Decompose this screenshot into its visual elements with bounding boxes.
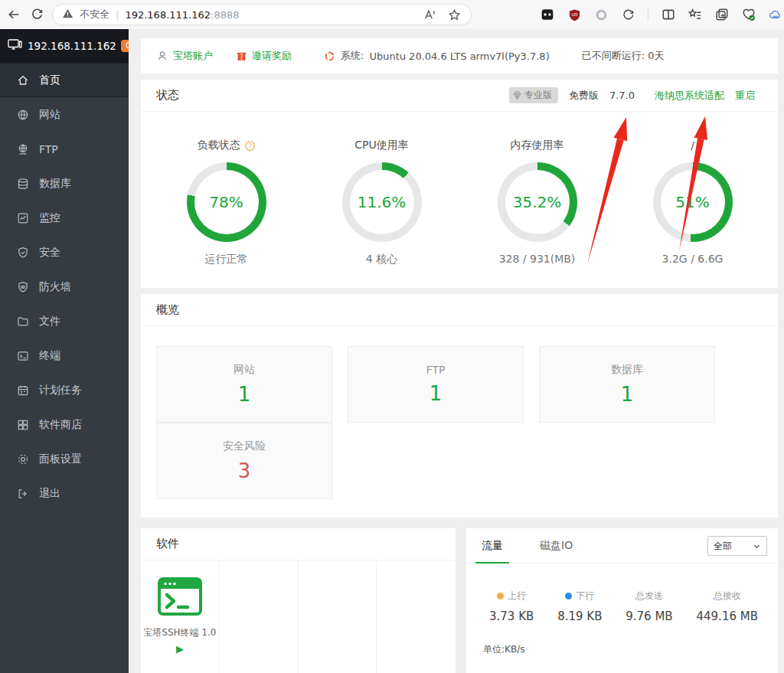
ssh-terminal-app-icon[interactable] [158,577,202,616]
address-bar[interactable]: 不安全 | 192.168.111.162:8888 [52,4,472,25]
software-panel: 软件 宝塔SSH终端 1.0 ▶ [141,528,456,673]
traffic-panel: 流量 磁盘IO 全部 上行 3.73 KB 下行 8.19 KB 总发送 [466,528,778,673]
home-icon [17,74,29,87]
bt-account-link[interactable]: 宝塔账户 [156,49,213,63]
bt-panel-page: 不安全 | 192.168.111.162:8888 UO [0,0,784,673]
card-security-risk[interactable]: 安全风险3 [156,423,332,499]
memory-gauge-ring: 35.2% [498,162,577,242]
sidebar-item-monitor[interactable]: 监控 [0,201,129,235]
version-number: 7.7.0 [609,90,635,101]
split-screen-icon[interactable] [662,8,675,21]
security-label[interactable]: 不安全 [80,8,109,21]
ftp-icon [17,143,29,155]
account-bar: 宝塔账户 邀请奖励 系统: Ubuntu 20.04.6 LTS armv7l(… [141,38,778,74]
sidebar-item-security[interactable]: 安全 [0,235,129,270]
back-icon[interactable] [6,7,21,22]
sidebar-item-appstore[interactable]: 软件商店 [0,407,129,442]
status-title: 状态 [156,88,179,103]
traffic-filter-select[interactable]: 全部 [707,536,767,556]
software-cell-empty [220,560,299,673]
software-cell-empty [299,560,377,673]
hinas-adapt-link[interactable]: 海纳思系统适配 [655,89,724,103]
cloud-icon[interactable] [769,8,782,21]
monitor-icon [17,212,29,224]
software-cell-ssh: 宝塔SSH终端 1.0 ▶ [141,560,220,673]
sidebar: 192.168.111.162 0 首页 网站 FTP 数据库 监控 安全 [0,29,129,673]
stat-total-sent: 总发送 9.76 MB [626,590,672,623]
disk-gauge-ring: 51% [653,162,733,242]
security-icon [17,247,29,259]
sidebar-item-home[interactable]: 首页 [0,63,129,97]
ubuntu-icon [324,51,335,62]
tab-traffic[interactable]: 流量 [482,528,503,563]
terminal-icon [17,350,29,362]
appstore-icon [17,419,29,431]
browser-essentials-icon[interactable] [742,8,756,21]
card-database[interactable]: 数据库1 [539,346,715,423]
site-warning-icon[interactable] [62,8,74,22]
restart-link[interactable]: 重启 [735,89,755,103]
overview-panel: 概览 网站1 FTP1 数据库1 安全风险3 [141,294,778,518]
user-icon [156,50,168,62]
sidebar-header: 192.168.111.162 0 [0,29,129,63]
svg-text:UO: UO [571,12,577,17]
ublock-shield-icon[interactable]: UO [567,8,581,21]
files-icon [17,315,29,328]
gauge-cpu: CPU使用率 11.6% 4 核心 [304,138,459,266]
app-start-icon[interactable]: ▶ [176,643,184,655]
sidebar-item-website[interactable]: 网站 [0,97,129,132]
url-text[interactable]: 192.168.111.162:8888 [125,9,239,21]
svg-text:?: ? [248,142,251,149]
firewall-icon [17,281,29,293]
stat-downstream: 下行 8.19 KB [557,590,602,623]
app-name[interactable]: 宝塔SSH终端 1.0 [143,626,216,639]
status-panel: 状态 专业版 免费版 7.7.0 海纳思系统适配 重启 负载状态 ? 78% 运… [141,80,778,288]
load-gauge-ring: 78% [187,162,266,242]
uptime-text: 已不间断运行: 0天 [582,49,665,63]
cpu-gauge-ring: 11.6% [342,162,422,242]
traffic-unit-label: 单位:KB/s [483,643,778,656]
sidebar-item-cron[interactable]: 计划任务 [0,373,129,407]
browser-chrome: 不安全 | 192.168.111.162:8888 UO [0,0,784,29]
clover-extension-icon[interactable] [621,8,635,21]
edition-label: 免费版 [569,89,599,103]
card-ftp[interactable]: FTP1 [348,346,524,423]
gauges-row: 负载状态 ? 78% 运行正常 CPU使用率 11.6% 4 核心 内存使用率 … [141,112,778,266]
overview-title: 概览 [156,302,179,317]
sidebar-item-firewall[interactable]: 防火墙 [0,270,129,304]
sidebar-item-ftp[interactable]: FTP [0,132,129,166]
favorite-star-icon[interactable] [446,7,462,22]
sidebar-item-terminal[interactable]: 终端 [0,338,129,373]
stat-total-received: 总接收 449.16 MB [696,590,758,623]
browser-extensions-area: UO [490,8,778,21]
invite-reward-link[interactable]: 邀请奖励 [236,49,292,63]
system-info: 系统: Ubuntu 20.04.6 LTS armv7l(Py3.7.8) [324,49,550,63]
tab-disk-io[interactable]: 磁盘IO [540,528,573,563]
gift-icon [236,51,247,62]
sidebar-item-logout[interactable]: 退出 [0,476,129,511]
system-label: 系统: [341,49,364,63]
system-value: Ubuntu 20.04.6 LTS armv7l(Py3.7.8) [369,51,549,62]
software-cell-empty [377,560,456,673]
website-icon [17,109,29,121]
refresh-icon[interactable] [29,7,44,22]
ring-extension-icon[interactable] [594,8,608,21]
card-website[interactable]: 网站1 [156,346,332,423]
downstream-dot-icon [565,593,572,599]
favorites-bar-icon[interactable] [688,8,702,21]
pro-version-badge[interactable]: 专业版 [509,87,558,103]
collections-icon[interactable] [715,8,729,21]
cron-icon [17,384,29,397]
help-icon[interactable]: ? [244,140,256,152]
sidebar-item-database[interactable]: 数据库 [0,166,129,201]
main-content: 宝塔账户 邀请奖励 系统: Ubuntu 20.04.6 LTS armv7l(… [129,29,784,673]
dark-extension-icon[interactable] [541,8,554,21]
sidebar-item-settings[interactable]: 面板设置 [0,442,129,476]
logout-icon [17,488,29,500]
diamond-icon [511,90,523,101]
toolbar-divider [648,8,648,21]
sidebar-item-files[interactable]: 文件 [0,304,129,338]
read-aloud-icon[interactable] [422,7,437,22]
settings-icon [17,453,29,466]
server-ip: 192.168.111.162 [28,40,116,52]
